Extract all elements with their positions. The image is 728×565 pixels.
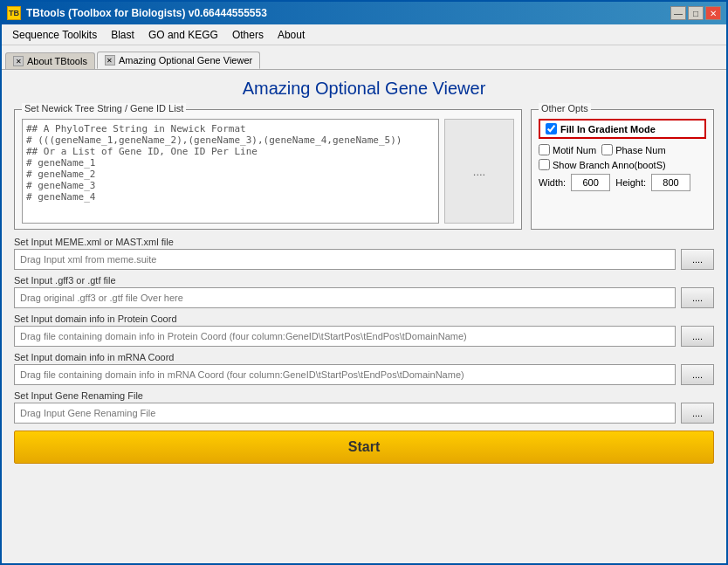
input-field-protein[interactable] — [14, 326, 676, 347]
menu-about[interactable]: About — [271, 27, 312, 43]
fill-gradient-checkbox[interactable] — [546, 123, 557, 134]
start-button[interactable]: Start — [14, 431, 714, 464]
close-button[interactable]: ✕ — [705, 6, 721, 20]
input-section-gff3: Set Input .gff3 or .gtf file .... — [14, 275, 714, 308]
newick-preview: .... — [444, 119, 514, 224]
browse-btn-gff3[interactable]: .... — [681, 287, 714, 308]
menu-others[interactable]: Others — [225, 27, 271, 43]
app-icon: TB — [7, 6, 21, 20]
tab-label-about: About TBtools — [27, 56, 87, 66]
input-label-protein: Set Input domain info in Protein Coord — [14, 314, 714, 324]
title-bar: TB TBtools (Toolbox for Biologists) v0.6… — [2, 2, 726, 24]
menu-go-kegg[interactable]: GO and KEGG — [141, 27, 225, 43]
main-content: Amazing Optional Gene Viewer Set Newick … — [2, 70, 726, 563]
phase-num-checkbox[interactable] — [601, 144, 613, 155]
menu-bar: Sequence Toolkits Blast GO and KEGG Othe… — [2, 24, 726, 45]
height-label: Height: — [615, 177, 646, 188]
input-section-protein: Set Input domain info in Protein Coord .… — [14, 314, 714, 347]
top-section: Set Newick Tree String / Gene ID List ..… — [14, 109, 714, 230]
input-field-mrna[interactable] — [14, 364, 676, 385]
tab-close-icon-about[interactable]: ✕ — [13, 56, 24, 66]
tab-label-viewer: Amazing Optional Gene Viewer — [119, 55, 252, 65]
input-label-mrna: Set Input domain info in mRNA Coord — [14, 352, 714, 362]
input-section-rename: Set Input Gene Renaming File .... — [14, 390, 714, 424]
input-sections: Set Input MEME.xml or MAST.xml file ....… — [14, 237, 714, 424]
other-opts-label: Other Opts — [539, 103, 591, 114]
width-label: Width: — [539, 177, 566, 188]
input-field-meme[interactable] — [14, 249, 676, 270]
page-title: Amazing Optional Gene Viewer — [14, 79, 714, 99]
input-field-gff3[interactable] — [14, 287, 676, 308]
window-title: TBtools (Toolbox for Biologists) v0.6644… — [26, 7, 267, 19]
browse-btn-meme[interactable]: .... — [681, 249, 714, 270]
browse-btn-rename[interactable]: .... — [681, 403, 714, 424]
input-label-rename: Set Input Gene Renaming File — [14, 390, 714, 401]
fill-gradient-row: Fill In Gradient Mode — [539, 119, 706, 139]
input-label-gff3: Set Input .gff3 or .gtf file — [14, 275, 714, 286]
show-branch-checkbox[interactable] — [539, 159, 550, 170]
motif-num-checkbox[interactable] — [539, 144, 550, 155]
tab-gene-viewer[interactable]: ✕ Amazing Optional Gene Viewer — [97, 52, 260, 69]
motif-num-item: Motif Num — [539, 144, 596, 155]
menu-blast[interactable]: Blast — [104, 27, 141, 43]
phase-num-item: Phase Num — [601, 144, 665, 155]
motif-num-label: Motif Num — [553, 145, 596, 155]
tab-bar: ✕ About TBtools ✕ Amazing Optional Gene … — [2, 45, 726, 70]
input-field-rename[interactable] — [14, 403, 676, 424]
tab-close-icon-viewer[interactable]: ✕ — [105, 55, 115, 65]
show-branch-label: Show Branch Anno(bootS) — [553, 160, 666, 170]
main-window: TB TBtools (Toolbox for Biologists) v0.6… — [0, 0, 728, 565]
minimize-button[interactable]: — — [670, 6, 686, 20]
browse-btn-protein[interactable]: .... — [681, 326, 714, 347]
width-input[interactable] — [571, 174, 610, 191]
maximize-button[interactable]: □ — [688, 6, 704, 20]
browse-btn-mrna[interactable]: .... — [681, 364, 714, 385]
start-btn-container: Start — [14, 431, 714, 464]
input-section-mrna: Set Input domain info in mRNA Coord .... — [14, 352, 714, 385]
phase-num-label: Phase Num — [615, 145, 665, 155]
fill-gradient-label: Fill In Gradient Mode — [560, 124, 656, 134]
tab-about-tbtools[interactable]: ✕ About TBtools — [5, 52, 95, 69]
show-branch-item: Show Branch Anno(bootS) — [539, 159, 666, 170]
input-section-meme: Set Input MEME.xml or MAST.xml file .... — [14, 237, 714, 270]
height-input[interactable] — [651, 174, 690, 191]
newick-textarea[interactable] — [22, 119, 439, 224]
input-label-meme: Set Input MEME.xml or MAST.xml file — [14, 237, 714, 247]
menu-sequence-toolkits[interactable]: Sequence Toolkits — [5, 27, 104, 43]
other-opts-group: Other Opts Fill In Gradient Mode Motif N… — [531, 109, 714, 230]
newick-group: Set Newick Tree String / Gene ID List ..… — [14, 109, 522, 230]
newick-group-label: Set Newick Tree String / Gene ID List — [22, 103, 186, 114]
